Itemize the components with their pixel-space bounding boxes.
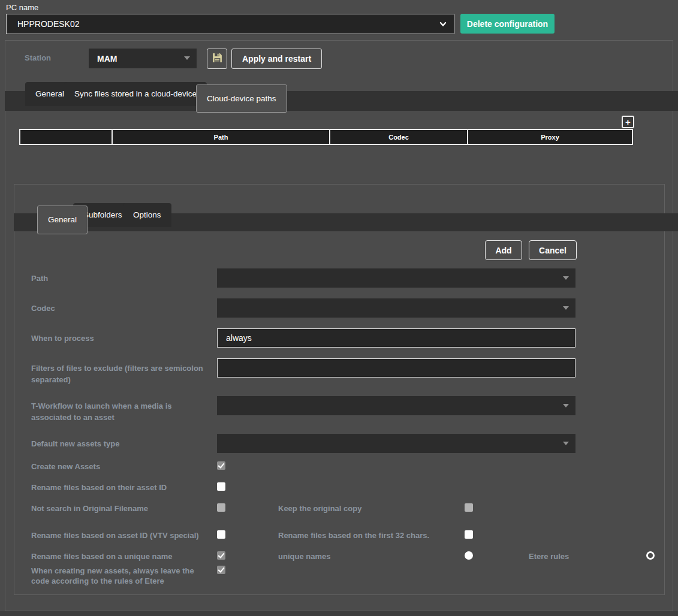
add-button[interactable]: Add — [485, 240, 522, 260]
codec-label: Codec — [31, 298, 217, 318]
option-row-leave-code-etere: When creating new assets, always leave t… — [31, 566, 655, 588]
editor-actions: Add Cancel — [31, 240, 577, 260]
rename-by-asset-id-checkbox[interactable] — [217, 482, 225, 491]
t-workflow-label: T-Workflow to launch when a media is ass… — [31, 396, 217, 423]
path-editor-panel: Subfolders Options General Add Cancel Pa… — [14, 184, 665, 595]
cloud-paths-table-area: + Path Codec Proxy — [5, 113, 673, 184]
station-toolbar: Station MAM Apply and restart — [5, 41, 673, 82]
unique-names-label: unique names — [278, 551, 458, 561]
apply-and-restart-button[interactable]: Apply and restart — [231, 49, 322, 69]
chevron-down-icon — [438, 19, 448, 31]
station-select[interactable]: MAM — [89, 49, 197, 68]
pc-name-value: HPPRODESK02 — [17, 19, 79, 29]
rename-unique-name-label: Rename files based on a unique name — [31, 551, 214, 561]
not-search-original-filename-checkbox — [217, 503, 225, 512]
column-header-codec: Codec — [329, 129, 467, 145]
dropdown-arrow-icon — [563, 404, 569, 407]
default-assets-type-label: Default new assets type — [31, 434, 217, 453]
leave-code-etere-rules-checkbox[interactable] — [217, 566, 225, 574]
tab-sync-files-cloud-device[interactable]: Sync files stored in a cloud-device — [64, 82, 207, 106]
rename-vtv-special-label: Rename files based on asset ID (VTV spec… — [31, 530, 214, 540]
rename-unique-name-checkbox[interactable] — [217, 551, 225, 560]
codec-select[interactable] — [217, 298, 575, 318]
column-header-empty — [19, 129, 112, 145]
device-tabs: General Sync files stored in a cloud-dev… — [5, 82, 673, 113]
floppy-disk-icon — [212, 53, 222, 65]
save-button[interactable] — [207, 49, 227, 69]
t-workflow-select[interactable] — [217, 396, 575, 415]
column-header-path: Path — [112, 129, 329, 145]
filters-exclude-label: Filters of files to exclude (filters are… — [31, 358, 217, 385]
when-to-process-input[interactable] — [217, 328, 575, 348]
editor-tabs: Subfolders Options General — [14, 185, 664, 234]
create-new-assets-label: Create new Assets — [31, 461, 214, 472]
etere-rules-label: Etere rules — [529, 551, 643, 561]
option-row-create-new-assets: Create new Assets — [31, 461, 655, 470]
cancel-button[interactable]: Cancel — [529, 240, 577, 260]
when-to-process-label: When to process — [31, 328, 217, 348]
filters-exclude-input[interactable] — [217, 358, 575, 378]
default-assets-type-select[interactable] — [217, 434, 575, 453]
column-header-proxy: Proxy — [467, 129, 633, 145]
etere-rules-radio[interactable] — [646, 551, 655, 560]
option-row-rename-unique-name: Rename files based on a unique name uniq… — [31, 551, 655, 560]
path-label: Path — [31, 268, 217, 288]
editor-form: Path Codec When to pro — [31, 268, 655, 588]
form-row-filters-exclude: Filters of files to exclude (filters are… — [31, 358, 655, 385]
unique-names-radio[interactable] — [465, 551, 473, 560]
dropdown-arrow-icon — [563, 276, 569, 280]
add-path-button[interactable]: + — [622, 116, 634, 128]
not-search-original-filename-label: Not search in Original Filename — [31, 503, 214, 514]
form-row-path: Path — [31, 268, 655, 288]
create-new-assets-checkbox[interactable] — [217, 461, 225, 470]
form-row-default-assets-type: Default new assets type — [31, 434, 655, 453]
rename-by-asset-id-label: Rename files based on their asset ID — [31, 482, 214, 493]
rename-first-32-chars-label: Rename files based on the first 32 chars… — [278, 530, 458, 540]
leave-code-etere-rules-label: When creating new assets, always leave t… — [31, 566, 214, 586]
tab-options[interactable]: Options — [123, 203, 171, 227]
form-row-codec: Codec — [31, 298, 655, 318]
pc-name-select[interactable]: HPPRODESK02 — [6, 14, 454, 34]
option-row-rename-by-asset-id: Rename files based on their asset ID — [31, 482, 655, 491]
pc-name-label: PC name — [6, 3, 38, 12]
configuration-panel: Station MAM Apply and restart General Sy… — [5, 40, 673, 611]
form-row-t-workflow: T-Workflow to launch when a media is ass… — [31, 396, 655, 423]
keep-original-copy-label: Keep the original copy — [278, 503, 458, 514]
tab-editor-general[interactable]: General — [37, 206, 88, 234]
dropdown-arrow-icon — [563, 442, 569, 445]
dropdown-arrow-icon — [184, 56, 190, 60]
rename-vtv-special-checkbox[interactable] — [217, 530, 225, 539]
path-select[interactable] — [217, 268, 575, 288]
dropdown-arrow-icon — [563, 306, 569, 310]
rename-first-32-chars-checkbox[interactable] — [465, 530, 473, 539]
keep-original-copy-checkbox — [465, 503, 473, 512]
cloud-paths-table: Path Codec Proxy — [19, 129, 633, 145]
station-label: Station — [25, 53, 51, 62]
tab-cloud-device-paths[interactable]: Cloud-device paths — [196, 84, 287, 113]
option-row-rename-vtv: Rename files based on asset ID (VTV spec… — [31, 530, 655, 539]
option-row-not-search-original: Not search in Original Filename Keep the… — [31, 503, 655, 512]
delete-configuration-button[interactable]: Delete configuration — [460, 14, 555, 34]
station-value: MAM — [97, 54, 117, 64]
form-row-when-to-process: When to process — [31, 328, 655, 348]
bottom-strip — [0, 611, 678, 616]
